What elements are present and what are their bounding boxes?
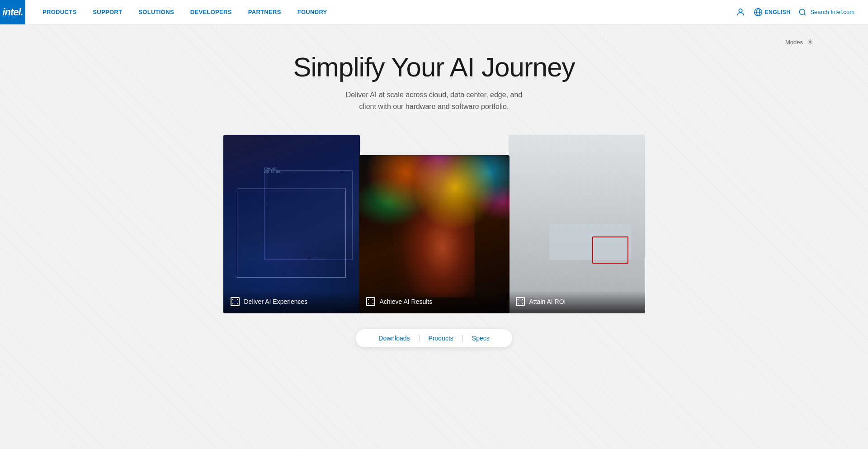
nav-link-support[interactable]: SUPPORT [85,9,130,15]
hero-subtitle: Deliver AI at scale across cloud, data c… [346,89,522,112]
card-attain-text: Attain AI ROI [529,298,566,305]
modes-label: Modes [785,39,803,46]
pill-products[interactable]: Products [420,335,462,342]
hero-subtitle-line1: Deliver AI at scale across cloud, data c… [346,91,522,99]
nav-link-developers[interactable]: DEVELOPERS [182,9,240,15]
sun-icon: ☀ [807,37,814,47]
nav-link-solutions[interactable]: SOLUTIONS [130,9,182,15]
hero-section: Modes ☀ Simplify Your AI Journey Deliver… [0,24,868,449]
card-achieve-text: Achieve AI Results [380,298,433,305]
search-label: Search Intel.com [810,9,854,15]
navbar: intel. PRODUCTS SUPPORT SOLUTIONS DEVELO… [0,0,868,24]
search-bar[interactable]: Search Intel.com [798,8,854,16]
pill-specs[interactable]: Specs [463,335,499,342]
card-achieve[interactable]: Achieve AI Results [359,155,509,313]
language-selector[interactable]: ENGLISH [754,8,791,17]
hero-subtitle-line2: client with our hardware and software po… [359,103,509,110]
nav-right: ENGLISH Search Intel.com [736,7,868,17]
language-label: ENGLISH [765,9,791,15]
hero-title: Simplify Your AI Journey [293,52,575,83]
card-attain[interactable]: Attain AI ROI [509,135,645,313]
card-deliver[interactable]: DOWNLOADGEN-AI NEN Deliver AI Experience… [223,135,360,313]
expand-icon-achieve [366,297,375,306]
svg-point-4 [800,9,805,14]
bottom-pill-nav: Downloads Products Specs [356,329,512,347]
images-row: DOWNLOADGEN-AI NEN Deliver AI Experience… [208,135,660,313]
svg-line-5 [804,14,806,15]
nav-link-foundry[interactable]: FOUNDRY [289,9,335,15]
expand-icon-attain [516,297,525,306]
intel-logo-text: intel. [2,6,23,18]
card-achieve-label: Achieve AI Results [359,291,509,313]
card-deliver-label: Deliver AI Experiences [223,291,360,313]
card-attain-label: Attain AI ROI [509,291,645,313]
user-icon[interactable] [736,7,745,17]
nav-links: PRODUCTS SUPPORT SOLUTIONS DEVELOPERS PA… [34,9,736,15]
expand-icon-deliver [231,297,240,306]
pill-downloads[interactable]: Downloads [369,335,419,342]
card-deliver-text: Deliver AI Experiences [244,298,308,305]
nav-link-products[interactable]: PRODUCTS [34,9,85,15]
nav-link-partners[interactable]: PARTNERS [240,9,289,15]
svg-point-0 [739,9,742,12]
mode-toggle[interactable]: Modes ☀ [785,37,814,47]
intel-logo[interactable]: intel. [0,0,25,24]
